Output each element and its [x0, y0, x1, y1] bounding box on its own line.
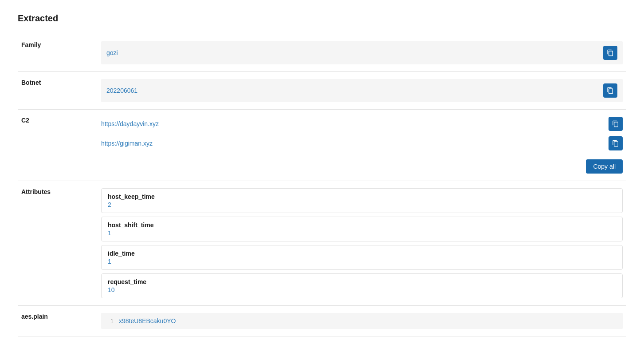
- family-label: Family: [18, 34, 98, 72]
- aes-plain-value-0: x98teU8EBcaku0YO: [119, 317, 176, 324]
- attribute-host-keep-time: host_keep_time 2: [101, 188, 623, 213]
- attribute-value-2: 1: [108, 258, 616, 265]
- botnet-row: Botnet 202206061: [18, 72, 626, 110]
- aes-plain-value-cell: 1 x98teU8EBcaku0YO: [98, 306, 626, 336]
- c2-entry-1: https://gigiman.xyz: [101, 136, 623, 150]
- attribute-request-time: request_time 10: [101, 273, 623, 298]
- family-value: gozi: [106, 49, 600, 56]
- attributes-row: Attributes host_keep_time 2 host_shift_t…: [18, 181, 626, 306]
- aes-plain-container: 1 x98teU8EBcaku0YO: [101, 313, 623, 329]
- family-value-cell: gozi: [98, 34, 626, 72]
- copy-all-container: Copy all: [101, 159, 623, 174]
- attribute-key-0: host_keep_time: [108, 193, 616, 200]
- c2-value-cell: https://daydayvin.xyz https://gigiman.xy…: [98, 110, 626, 181]
- clipboard-icon: [612, 120, 619, 127]
- c2-container: https://daydayvin.xyz https://gigiman.xy…: [101, 117, 623, 174]
- page-title: Extracted: [18, 13, 626, 24]
- botnet-value-cell: 202206061: [98, 72, 626, 110]
- aes-plain-label: aes.plain: [18, 306, 98, 336]
- attribute-idle-time: idle_time 1: [101, 245, 623, 270]
- c2-label: C2: [18, 110, 98, 181]
- family-copy-button[interactable]: [603, 46, 617, 60]
- attribute-value-1: 1: [108, 229, 616, 237]
- c2-copy-all-button[interactable]: Copy all: [586, 159, 623, 174]
- botnet-label: Botnet: [18, 72, 98, 110]
- botnet-value-row: 202206061: [101, 79, 623, 102]
- attribute-key-2: idle_time: [108, 250, 616, 257]
- c2-value-1: https://gigiman.xyz: [101, 140, 153, 147]
- attribute-key-1: host_shift_time: [108, 221, 616, 229]
- family-value-row: gozi: [101, 41, 623, 64]
- c2-copy-button-0[interactable]: [609, 117, 623, 131]
- attribute-value-3: 10: [108, 286, 616, 293]
- botnet-value: 202206061: [106, 87, 600, 94]
- attribute-host-shift-time: host_shift_time 1: [101, 217, 623, 241]
- aes-plain-row: aes.plain 1 x98teU8EBcaku0YO: [18, 306, 626, 336]
- attribute-value-0: 2: [108, 201, 616, 208]
- clipboard-icon: [607, 87, 614, 94]
- botnet-copy-button[interactable]: [603, 83, 617, 98]
- clipboard-icon: [607, 49, 614, 56]
- c2-copy-button-1[interactable]: [609, 136, 623, 150]
- c2-value-0: https://daydayvin.xyz: [101, 120, 159, 127]
- family-row: Family gozi: [18, 34, 626, 72]
- clipboard-icon: [612, 140, 619, 147]
- attributes-label: Attributes: [18, 181, 98, 306]
- attributes-container: host_keep_time 2 host_shift_time 1 idle_…: [101, 188, 623, 298]
- aes-line-number-0: 1: [106, 318, 114, 324]
- aes-plain-entry-0: 1 x98teU8EBcaku0YO: [101, 313, 623, 329]
- attributes-value-cell: host_keep_time 2 host_shift_time 1 idle_…: [98, 181, 626, 306]
- c2-entry-0: https://daydayvin.xyz: [101, 117, 623, 131]
- extracted-table: Family gozi Botnet 202206061: [18, 34, 626, 336]
- attribute-key-3: request_time: [108, 278, 616, 285]
- c2-row: C2 https://daydayvin.xyz https://gigiman…: [18, 110, 626, 181]
